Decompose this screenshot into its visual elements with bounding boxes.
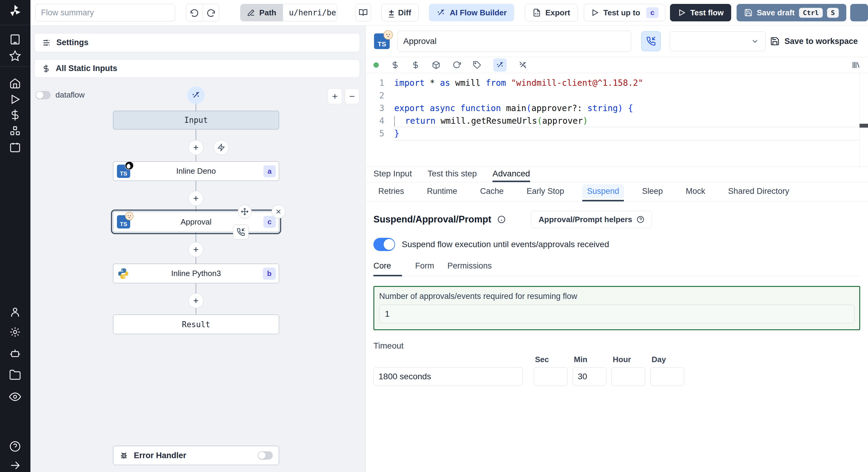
subtab-early-stop[interactable]: Early Stop [522,182,569,201]
deno-icon [125,161,134,170]
user-icon[interactable] [9,306,21,318]
help-icon[interactable] [9,440,21,452]
docs-book-button[interactable] [355,4,371,21]
save-draft-button[interactable]: Save draft Ctrl S [737,4,846,21]
subtab-form[interactable]: Form [415,261,434,276]
timeout-summary-input[interactable] [373,367,523,386]
variables-dollar-icon[interactable] [391,61,399,69]
variables-dollar-icon[interactable] [9,109,21,121]
ai-flow-builder-button[interactable]: AI Flow Builder [429,4,514,21]
collapse-arrow-icon[interactable] [9,459,21,471]
test-up-to-button[interactable]: Test up to c [584,4,666,21]
help-circle-icon [637,215,644,223]
step-header: TS Save to workspace [366,26,868,57]
tab-step-input[interactable]: Step Input [373,167,412,182]
subtab-runtime[interactable]: Runtime [422,182,462,201]
dataflow-toggle-row: dataflow [36,90,85,100]
export-button[interactable]: Export [525,4,578,21]
tab-test-this-step[interactable]: Test this step [428,167,477,182]
timeout-day-input[interactable] [650,367,684,386]
save-to-workspace-button[interactable]: Save to workspace [770,36,858,46]
zoom-out-button[interactable]: − [345,89,359,104]
timeout-min-input[interactable] [572,367,607,386]
subtab-core[interactable]: Core [373,261,402,276]
add-trigger-bolt-button[interactable] [214,140,229,155]
reload-icon[interactable] [453,61,461,69]
error-handler-toggle[interactable] [258,451,273,460]
add-step-button[interactable] [188,140,204,155]
topbar: Path u/henri/bes ± Diff AI Flow Builder … [30,0,868,26]
flow-node-inline-deno[interactable]: TS Inline Deno a [113,161,279,181]
sec-label: Sec [534,355,567,364]
subtab-cache[interactable]: Cache [475,182,508,201]
dataflow-toggle[interactable] [36,91,51,99]
tab-advanced[interactable]: Advanced [493,167,530,182]
deploy-button-partial[interactable] [850,4,868,21]
suspend-phone-button[interactable] [641,31,661,51]
ai-wand-off-icon[interactable] [519,61,527,69]
workspace-script-select[interactable] [670,31,766,51]
windmill-logo-icon[interactable] [8,4,22,18]
add-step-button[interactable] [188,293,204,308]
settings-gear-icon[interactable] [9,326,21,338]
package-icon[interactable] [432,61,440,69]
path-button[interactable]: Path [241,4,283,21]
resources-boxes-icon[interactable] [9,125,21,137]
flow-settings-card[interactable]: Settings [34,33,360,52]
ai-graph-wand-button[interactable] [187,87,205,104]
subtab-sleep[interactable]: Sleep [637,182,668,201]
diff-button[interactable]: ± Diff [381,4,418,21]
editor-scrollbar-thumb[interactable] [860,124,868,128]
rail-divider [0,25,30,25]
audit-eye-icon[interactable] [9,391,21,403]
code-editor[interactable]: 12345 import * as wmill from "windmill-c… [366,73,868,167]
subtab-permissions[interactable]: Permissions [447,261,492,276]
delete-step-button[interactable] [272,205,285,218]
redo-button[interactable] [203,4,219,21]
workspace-building-icon[interactable] [9,33,21,45]
suspend-phone-badge [233,225,249,240]
move-step-button[interactable] [238,205,252,218]
editor-code[interactable]: import * as wmill from "windmill-client@… [394,77,860,141]
play-icon [678,8,686,17]
step-name-input[interactable] [398,31,631,52]
approval-prompt-helpers-button[interactable]: Approval/Prompt helpers [531,211,652,228]
workers-robot-icon[interactable] [9,347,21,359]
schedules-calendar-icon[interactable] [9,141,21,153]
flow-summary-input[interactable] [35,4,175,21]
test-up-to-step-badge: c [646,7,658,18]
add-step-button[interactable] [188,191,204,206]
required-approvals-input[interactable] [379,305,855,323]
subtab-mock[interactable]: Mock [681,182,710,201]
subtab-suspend[interactable]: Suspend [582,182,624,201]
subtab-retries[interactable]: Retries [373,182,409,201]
add-step-button[interactable] [188,242,204,257]
resources-dollar-icon[interactable] [411,61,420,69]
subtab-shared-directory[interactable]: Shared Directory [723,182,794,201]
timeout-hour-input[interactable] [612,367,645,386]
info-icon[interactable] [497,215,506,224]
flow-node-inline-python[interactable]: Inline Python3 b [113,264,279,283]
sliders-icon [42,38,51,47]
ai-generate-wand-icon[interactable] [493,58,507,72]
home-icon[interactable] [9,77,21,90]
flow-node-approval-selected[interactable]: TS Approval c [113,212,279,232]
pencil-icon [247,9,255,16]
min-label: Min [572,355,607,364]
error-handler-card[interactable]: Error Handler [113,446,279,465]
tag-icon[interactable] [473,61,481,69]
flow-node-input[interactable]: Input [113,111,279,129]
folders-icon[interactable] [9,369,21,381]
flow-graph-panel: Settings All Static Inputs dataflow + − … [30,26,365,472]
test-flow-button[interactable]: Test flow [670,4,731,21]
path-value[interactable]: u/henri/bes [283,4,337,21]
suspend-toggle[interactable] [373,238,395,251]
runs-play-icon[interactable] [9,93,21,105]
undo-button[interactable] [186,4,203,21]
timeout-sec-input[interactable] [534,367,567,386]
library-icon[interactable] [851,61,860,70]
favorites-star-icon[interactable] [9,50,21,62]
all-static-inputs-card[interactable]: All Static Inputs [34,59,360,78]
zoom-in-button[interactable]: + [328,89,342,104]
flow-node-result[interactable]: Result [113,314,279,334]
